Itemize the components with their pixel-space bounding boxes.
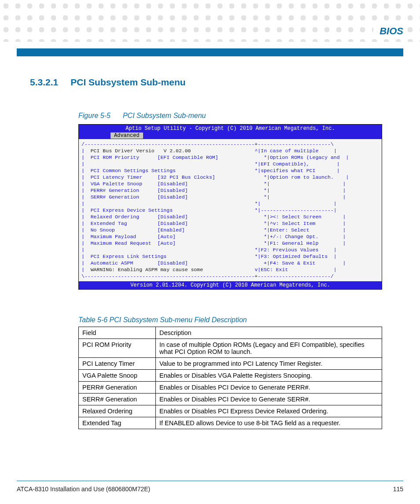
field-cell: SERR# Generation	[79, 394, 156, 405]
table-row: PCI ROM PriorityIn case of multiple Opti…	[79, 339, 382, 358]
footer-doc-id: ATCA-8310 Installation and Use (6806800M…	[17, 486, 150, 493]
table-row: Extended TagIf ENABLED allows Device to …	[79, 417, 382, 429]
table-header-desc: Description	[156, 327, 382, 339]
table-row: VGA Palette SnoopEnables or Disables VGA…	[79, 370, 382, 382]
desc-cell: Value to be programmed into PCI Latency …	[156, 358, 382, 370]
field-cell: PCI Latency Timer	[79, 358, 156, 370]
table-row: PCI Latency TimerValue to be programmed …	[79, 358, 382, 370]
table-header-field: Field	[79, 327, 156, 339]
desc-cell: Enables or Disables VGA Palette Register…	[156, 370, 382, 382]
bios-body: /---------------------------------------…	[79, 139, 382, 281]
header-rule	[17, 48, 403, 56]
field-cell: Relaxed Ordering	[79, 405, 156, 417]
bios-active-tab: Advanced	[111, 132, 143, 139]
bios-footer: Version 2.01.1204. Copyright (C) 2010 Am…	[79, 281, 382, 289]
page-number: 115	[393, 486, 403, 493]
desc-cell: In case of multiple Option ROMs (Legacy …	[156, 339, 382, 358]
desc-cell: Enables or Disables PCI Device to Genera…	[156, 382, 382, 394]
desc-cell: Enables or Disables PCI Device to Genera…	[156, 394, 382, 405]
figure-caption: Figure 5-5PCI Subsystem Sub-menu	[78, 112, 390, 120]
figure-title: PCI Subsystem Sub-menu	[123, 112, 206, 119]
bios-tab-row: Advanced	[79, 132, 382, 139]
table-row: SERR# GenerationEnables or Disables PCI …	[79, 394, 382, 405]
decorative-dot-band	[0, 0, 420, 42]
table-caption: Table 5-6 PCI Subsystem Sub-menu Field D…	[78, 316, 390, 324]
table-row: Relaxed OrderingEnables or Disables PCI …	[79, 405, 382, 417]
table-row: PERR# GenerationEnables or Disables PCI …	[79, 382, 382, 394]
field-cell: PERR# Generation	[79, 382, 156, 394]
section-title: PCI Subsystem Sub-menu	[70, 77, 185, 88]
figure-label: Figure 5-5	[78, 112, 111, 119]
desc-cell: If ENABLED allows Device to use 8-bit TA…	[156, 417, 382, 429]
chapter-title: BIOS	[373, 26, 403, 37]
footer-rule	[17, 481, 403, 481]
section-number: 5.3.2.1	[30, 77, 58, 88]
desc-cell: Enables or Disables PCI Express Device R…	[156, 405, 382, 417]
bios-screenshot: Aptio Setup Utility - Copyright (C) 2010…	[78, 124, 382, 290]
table-header-row: Field Description	[79, 327, 382, 339]
bios-header: Aptio Setup Utility - Copyright (C) 2010…	[79, 125, 382, 132]
field-description-table: Field Description PCI ROM PriorityIn cas…	[78, 327, 382, 429]
section-heading: 5.3.2.1 PCI Subsystem Sub-menu	[30, 77, 390, 88]
field-cell: PCI ROM Priority	[79, 339, 156, 358]
field-cell: Extended Tag	[79, 417, 156, 429]
field-cell: VGA Palette Snoop	[79, 370, 156, 382]
